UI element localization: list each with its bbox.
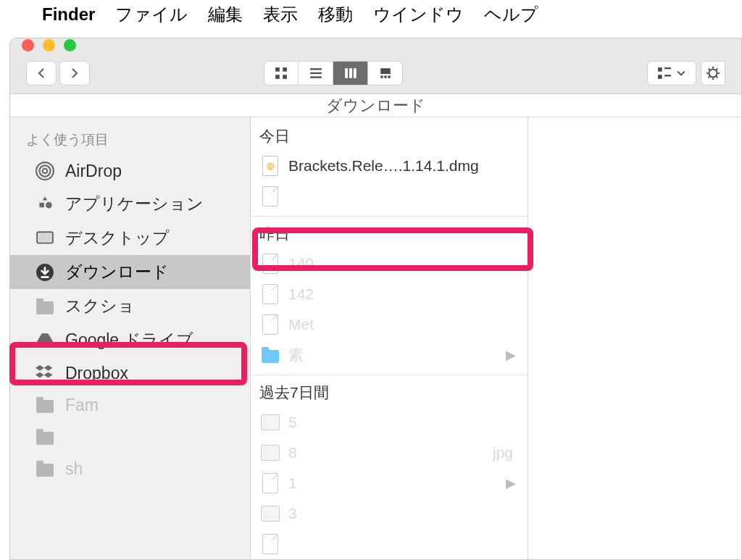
back-button[interactable]: [26, 61, 57, 85]
svg-line-23: [709, 69, 710, 70]
folder-icon: [35, 459, 55, 479]
svg-rect-4: [310, 68, 322, 70]
forward-button[interactable]: [59, 61, 90, 85]
folder-icon: [35, 395, 55, 415]
folder-icon: [35, 427, 55, 447]
menu-view[interactable]: 表示: [263, 3, 298, 26]
toolbar: [10, 53, 741, 94]
dmg-icon: 📀: [261, 155, 280, 177]
svg-rect-12: [384, 76, 386, 78]
airdrop-icon: [35, 161, 55, 181]
svg-point-18: [709, 70, 717, 78]
sidebar-item-AirDrop[interactable]: AirDrop: [10, 155, 250, 187]
file-group-header: 昨日: [251, 221, 528, 248]
file-item[interactable]: 素▶: [251, 340, 528, 370]
file-group-header: 過去7日間: [251, 380, 528, 407]
svg-rect-16: [658, 75, 662, 79]
menu-window[interactable]: ウインドウ: [373, 3, 464, 26]
group-by-button[interactable]: [647, 61, 696, 85]
finder-window: ダウンロード よく使う項目 AirDropアプリケーションデスクトップダウンロー…: [9, 38, 742, 560]
file-group-header: 今日: [251, 123, 528, 151]
menu-file[interactable]: ファイル: [115, 3, 188, 26]
file-item[interactable]: 8jpg: [251, 438, 528, 468]
gdrive-icon: [35, 330, 55, 351]
view-icon-button[interactable]: [264, 61, 299, 85]
sidebar-item-label: アプリケーション: [65, 193, 204, 215]
file-item[interactable]: 5: [251, 407, 528, 438]
view-gallery-button[interactable]: [368, 61, 403, 85]
app-name[interactable]: Finder: [42, 4, 95, 25]
file-item[interactable]: 142: [251, 279, 528, 309]
pic-icon: [261, 411, 280, 433]
sidebar-item-Fam[interactable]: Fam: [10, 389, 250, 421]
view-column-button[interactable]: [333, 61, 368, 85]
svg-point-28: [39, 165, 50, 176]
preview-column: [528, 117, 741, 559]
folder-icon: [261, 344, 280, 366]
sidebar-section-header: よく使う項目: [10, 126, 250, 155]
system-menubar: Finder ファイル 編集 表示 移動 ウインドウ ヘルプ: [0, 0, 742, 29]
file-label: 3: [288, 505, 297, 522]
sidebar-item-アプリケーション[interactable]: アプリケーション: [10, 187, 250, 221]
svg-rect-6: [310, 77, 322, 78]
sidebar-item-ダウンロード[interactable]: ダウンロード: [10, 255, 250, 289]
doc-icon: [261, 314, 280, 335]
sidebar-item-sh[interactable]: sh: [10, 453, 250, 485]
minimize-button[interactable]: [43, 39, 55, 51]
chevron-down-icon: [677, 70, 685, 76]
sidebar-item-スクショ[interactable]: スクショ: [10, 289, 250, 323]
view-list-button[interactable]: [299, 61, 333, 85]
close-button[interactable]: [22, 39, 34, 51]
doc-icon: [261, 472, 280, 494]
zoom-button[interactable]: [64, 39, 76, 51]
svg-rect-2: [275, 75, 280, 79]
sidebar-item-label: sh: [65, 459, 83, 479]
pic-icon: [261, 442, 280, 464]
path-title: ダウンロード: [326, 95, 425, 117]
apps-icon: [35, 194, 55, 214]
file-item[interactable]: [251, 181, 528, 212]
sidebar-item-Dropbox[interactable]: Dropbox: [10, 357, 250, 389]
svg-rect-15: [664, 67, 671, 69]
menu-help[interactable]: ヘルプ: [484, 3, 538, 26]
file-item[interactable]: 1▶: [251, 468, 528, 498]
file-label: Met: [288, 316, 314, 333]
folder-icon: [35, 296, 55, 317]
svg-rect-11: [380, 76, 383, 78]
path-bar: ダウンロード: [10, 94, 741, 117]
file-label: 1: [288, 475, 297, 492]
file-label: 140: [288, 255, 314, 272]
file-item[interactable]: 📀Brackets.Rele….1.14.1.dmg: [251, 151, 528, 181]
svg-rect-8: [349, 68, 351, 78]
file-item[interactable]: [251, 529, 528, 559]
file-item[interactable]: Met: [251, 309, 528, 340]
sidebar-item-Google ドライブ[interactable]: Google ドライブ: [10, 323, 250, 357]
sidebar-item-label: スクショ: [65, 295, 135, 317]
svg-line-26: [717, 69, 718, 70]
svg-rect-1: [283, 67, 287, 72]
file-label: Brackets.Rele….1.14.1.dmg: [288, 157, 479, 175]
svg-rect-14: [658, 67, 662, 72]
svg-rect-10: [380, 68, 391, 74]
dropbox-icon: [35, 363, 55, 383]
action-button[interactable]: [701, 61, 725, 85]
download-icon: [35, 262, 55, 283]
svg-line-24: [717, 77, 718, 78]
svg-rect-31: [38, 233, 51, 241]
file-column: 今日📀Brackets.Rele….1.14.1.dmg昨日140142Met素…: [251, 117, 528, 559]
sidebar-item-item-8[interactable]: [10, 421, 250, 453]
sidebar-item-デスクトップ[interactable]: デスクトップ: [10, 221, 250, 255]
menu-edit[interactable]: 編集: [208, 3, 243, 26]
file-item[interactable]: 3: [251, 498, 528, 529]
menu-go[interactable]: 移動: [318, 3, 353, 26]
sidebar-item-label: デスクトップ: [65, 227, 170, 249]
sidebar-item-label: AirDrop: [65, 162, 122, 181]
content-area: よく使う項目 AirDropアプリケーションデスクトップダウンロードスクショGo…: [10, 117, 741, 559]
svg-rect-0: [275, 67, 280, 72]
file-label: 5: [288, 414, 297, 431]
view-mode-segment: [264, 61, 403, 85]
sidebar-item-label: Fam: [65, 396, 99, 415]
svg-point-27: [43, 169, 48, 174]
file-item[interactable]: 140: [251, 248, 528, 279]
svg-rect-13: [388, 76, 390, 78]
